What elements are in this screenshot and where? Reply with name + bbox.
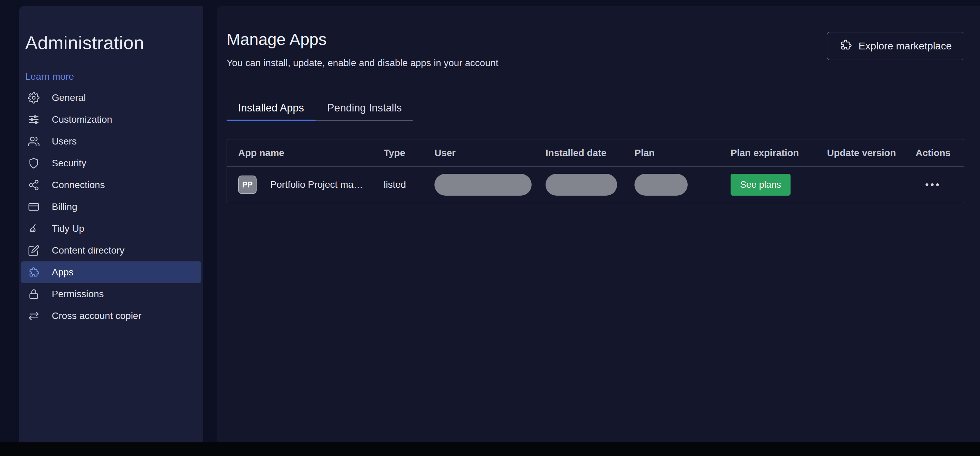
- app-avatar: PP: [238, 175, 256, 194]
- redacted-user-value: [434, 174, 531, 196]
- sidebar-item-billing[interactable]: Billing: [21, 196, 201, 218]
- row-actions-menu-icon[interactable]: •••: [916, 179, 964, 191]
- redacted-plan-value: [635, 174, 687, 196]
- column-header-user: User: [434, 148, 546, 158]
- page-title: Manage Apps: [227, 30, 498, 49]
- screen-bottom-bar: [0, 442, 980, 456]
- sidebar-item-cross-account-copier[interactable]: Cross account copier: [21, 305, 201, 327]
- sidebar-item-users[interactable]: Users: [21, 131, 201, 152]
- sliders-icon: [28, 114, 40, 125]
- transfer-arrows-icon: [28, 310, 40, 322]
- user-cell: [434, 174, 546, 196]
- sidebar-item-connections[interactable]: Connections: [21, 174, 201, 196]
- plan-expiration-cell: See plans: [730, 174, 827, 196]
- sidebar-item-security[interactable]: Security: [21, 152, 201, 174]
- see-plans-button[interactable]: See plans: [730, 174, 791, 196]
- sidebar-item-label: General: [52, 92, 86, 103]
- gear-icon: [28, 92, 40, 104]
- document-pen-icon: [28, 245, 40, 256]
- tab-installed-apps[interactable]: Installed Apps: [227, 96, 315, 120]
- tab-bar: Installed Apps Pending Installs: [227, 96, 413, 121]
- sidebar-item-apps[interactable]: Apps: [21, 261, 201, 283]
- users-icon: [28, 136, 40, 147]
- column-header-update-version: Update version: [827, 148, 916, 158]
- explore-marketplace-button[interactable]: Explore marketplace: [827, 32, 964, 60]
- broom-icon: [28, 223, 40, 234]
- sidebar-item-label: Permissions: [52, 289, 103, 300]
- lock-icon: [28, 288, 40, 300]
- sidebar-item-general[interactable]: General: [21, 87, 201, 109]
- puzzle-icon: [840, 39, 852, 54]
- sidebar-item-permissions[interactable]: Permissions: [21, 283, 201, 305]
- table-row[interactable]: PP Portfolio Project ma… listed See plan…: [227, 167, 964, 203]
- sidebar-item-content-directory[interactable]: Content directory: [21, 239, 201, 261]
- nodes-icon: [28, 179, 40, 191]
- column-header-type: Type: [384, 148, 434, 158]
- column-header-actions: Actions: [916, 148, 964, 158]
- apps-table: App name Type User Installed date Plan P…: [227, 139, 964, 203]
- manage-apps-panel: Manage Apps You can install, update, ena…: [217, 6, 980, 442]
- sidebar-item-label: Users: [52, 136, 77, 147]
- column-header-plan: Plan: [635, 148, 730, 158]
- sidebar-item-label: Content directory: [52, 245, 124, 256]
- sidebar-item-customization[interactable]: Customization: [21, 109, 201, 131]
- credit-card-icon: [28, 201, 40, 213]
- sidebar-title: Administration: [25, 33, 203, 53]
- sidebar-item-tidy-up[interactable]: Tidy Up: [21, 218, 201, 239]
- learn-more-link[interactable]: Learn more: [25, 71, 74, 82]
- app-name-cell: PP Portfolio Project ma…: [238, 175, 384, 194]
- sidebar-item-label: Security: [52, 158, 86, 169]
- redacted-installed-date-value: [546, 174, 617, 196]
- sidebar-item-label: Billing: [52, 201, 77, 212]
- sidebar-item-label: Connections: [52, 180, 105, 191]
- explore-marketplace-label: Explore marketplace: [859, 40, 952, 52]
- admin-sidebar: Administration Learn more General Custom…: [19, 6, 203, 442]
- sidebar-item-label: Apps: [52, 267, 73, 278]
- sidebar-item-label: Tidy Up: [52, 223, 84, 234]
- page-header-text: Manage Apps You can install, update, ena…: [227, 30, 498, 69]
- page-subtitle: You can install, update, enable and disa…: [227, 57, 498, 69]
- sidebar-item-label: Cross account copier: [52, 311, 142, 321]
- admin-nav: General Customization Users Security Con: [19, 87, 203, 327]
- shield-icon: [28, 158, 40, 169]
- column-header-installed-date: Installed date: [546, 148, 635, 158]
- plan-cell: [635, 174, 730, 196]
- puzzle-icon: [28, 266, 40, 278]
- installed-date-cell: [546, 174, 635, 196]
- app-name: Portfolio Project ma…: [270, 179, 363, 190]
- tab-pending-installs[interactable]: Pending Installs: [315, 96, 413, 120]
- column-header-plan-expiration: Plan expiration: [730, 148, 827, 158]
- page-header: Manage Apps You can install, update, ena…: [227, 30, 964, 69]
- table-header-row: App name Type User Installed date Plan P…: [227, 139, 964, 167]
- column-header-app-name: App name: [238, 148, 384, 158]
- app-type: listed: [384, 179, 434, 190]
- sidebar-item-label: Customization: [52, 114, 112, 125]
